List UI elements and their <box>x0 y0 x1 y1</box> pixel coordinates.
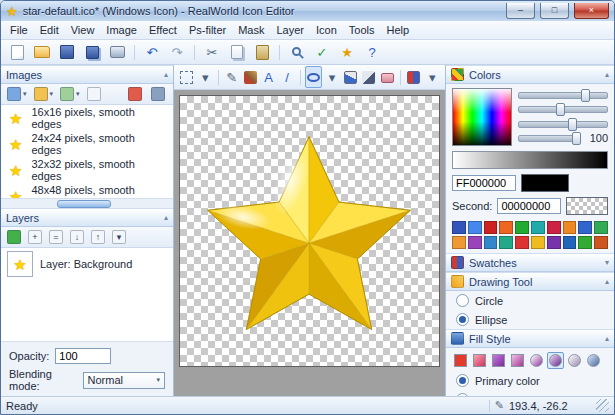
ellipse-option[interactable]: Ellipse <box>446 310 614 329</box>
slider-thumb[interactable] <box>556 103 565 116</box>
select-dropdown[interactable]: ▾ <box>196 66 213 88</box>
wizard-button[interactable]: ★ <box>335 41 359 63</box>
text-tool[interactable]: A <box>260 66 277 88</box>
drawing-canvas[interactable] <box>179 95 440 367</box>
menu-item[interactable]: Tools <box>343 22 381 38</box>
collapse-icon[interactable]: ▾ <box>605 258 609 267</box>
collapse-icon[interactable]: ▴ <box>605 277 609 286</box>
color-swatch[interactable] <box>468 221 482 234</box>
primary-color-swatch[interactable] <box>521 174 569 192</box>
dropper-tool[interactable] <box>360 66 377 88</box>
help-button[interactable]: ? <box>360 41 384 63</box>
slider-thumb[interactable] <box>572 132 581 145</box>
color-swatch[interactable] <box>452 236 466 249</box>
color-swatch[interactable] <box>499 236 513 249</box>
color-swatch[interactable] <box>547 236 561 249</box>
circle-option[interactable]: Circle <box>446 291 614 310</box>
add-layer-button[interactable]: + <box>26 229 44 245</box>
color-swatch[interactable] <box>531 236 545 249</box>
image-size-item[interactable]: ★ 32x32 pixels, smooth edges <box>1 157 173 183</box>
grid-button[interactable] <box>149 86 169 102</box>
image-size-item[interactable]: ★ 16x16 pixels, smooth edges <box>1 105 173 131</box>
menu-item[interactable]: View <box>65 22 101 38</box>
fill-gradient-2[interactable] <box>490 352 507 369</box>
drawing-tool-panel-header[interactable]: Drawing Tool ▴ <box>446 272 614 291</box>
open-button[interactable] <box>30 41 54 63</box>
second-color-swatch[interactable] <box>566 197 608 215</box>
menu-item[interactable]: Mask <box>232 22 270 38</box>
fill-circle-outline[interactable] <box>566 352 583 369</box>
toolbar-button[interactable] <box>130 41 139 63</box>
raise-layer-button[interactable]: ↑ <box>89 229 107 245</box>
fill-gradient-3[interactable] <box>509 352 526 369</box>
new-button[interactable] <box>5 41 29 63</box>
images-panel-header[interactable]: Images ▴ <box>1 65 173 84</box>
toolbar-button[interactable] <box>275 41 284 63</box>
fill-radial[interactable] <box>528 352 545 369</box>
color-swatch[interactable] <box>563 221 577 234</box>
cut-button[interactable]: ✂ <box>200 41 224 63</box>
menu-item[interactable]: Image <box>100 22 143 38</box>
images-scrollbar[interactable] <box>1 198 173 208</box>
color-swatch[interactable] <box>531 221 545 234</box>
collapse-icon[interactable]: ▴ <box>605 70 609 79</box>
menu-item[interactable]: Layer <box>270 22 310 38</box>
image-size-item[interactable]: ★ 24x24 pixels, smooth edges <box>1 131 173 157</box>
colors-panel-header[interactable]: Colors ▴ <box>446 65 614 84</box>
menu-item[interactable]: Help <box>380 22 415 38</box>
capture-button[interactable] <box>105 41 129 63</box>
size-dropdown[interactable]: ▾ <box>32 86 56 102</box>
copy-button[interactable] <box>225 41 249 63</box>
effects-button[interactable] <box>405 66 422 88</box>
redo-button[interactable]: ↷ <box>165 41 189 63</box>
fill-circle-2[interactable] <box>585 352 602 369</box>
menu-item[interactable]: Ps-filter <box>183 22 232 38</box>
pencil-tool[interactable]: ✎ <box>223 66 240 88</box>
close-button[interactable]: × <box>574 3 609 19</box>
swatches-panel-header[interactable]: Swatches ▾ <box>446 253 614 272</box>
canvas-tool-button[interactable] <box>297 66 304 88</box>
color-swatch[interactable] <box>594 236 608 249</box>
add-image-button[interactable] <box>126 86 146 102</box>
titlebar[interactable]: ★ star-default.ico* (Windows Icon) - Rea… <box>1 1 614 21</box>
opacity-input[interactable] <box>55 348 111 364</box>
merge-layer-button[interactable]: ↓ <box>68 229 86 245</box>
color-swatch[interactable] <box>578 236 592 249</box>
color-swatch[interactable] <box>594 221 608 234</box>
blue-slider[interactable] <box>518 121 608 128</box>
paste-button[interactable] <box>250 41 274 63</box>
color-swatch[interactable] <box>578 221 592 234</box>
view-dropdown[interactable]: ▾ <box>5 86 29 102</box>
slider-thumb[interactable] <box>568 118 577 131</box>
layer-visibility-button[interactable] <box>5 229 23 245</box>
second-hex-input[interactable] <box>497 198 561 214</box>
red-slider[interactable] <box>518 92 608 99</box>
toolbar-button[interactable] <box>190 41 199 63</box>
luminance-bar[interactable] <box>452 151 608 169</box>
color-swatch[interactable] <box>515 221 529 234</box>
slider-thumb[interactable] <box>581 89 590 102</box>
format-dropdown[interactable]: ▾ <box>58 86 82 102</box>
layers-panel-header[interactable]: Layers ▴ <box>1 208 173 227</box>
ellipse-tool[interactable] <box>305 66 322 88</box>
color-swatch[interactable] <box>563 236 577 249</box>
fill-ring[interactable] <box>547 352 564 369</box>
color-swatch[interactable] <box>515 236 529 249</box>
duplicate-layer-button[interactable]: = <box>47 229 65 245</box>
color-swatch[interactable] <box>499 221 513 234</box>
save-button[interactable] <box>55 41 79 63</box>
maximize-button[interactable]: □ <box>540 3 569 19</box>
color-swatch[interactable] <box>452 221 466 234</box>
scrollbar-thumb[interactable] <box>57 200 111 208</box>
color-swatch[interactable] <box>547 221 561 234</box>
images-toolbar-button[interactable] <box>85 86 123 102</box>
green-slider[interactable] <box>518 106 608 113</box>
color-swatch[interactable] <box>484 236 498 249</box>
select-tool[interactable] <box>178 66 195 88</box>
canvas-tool-button[interactable] <box>215 66 222 88</box>
menu-item[interactable]: Icon <box>310 22 343 38</box>
menu-item[interactable]: File <box>4 22 34 38</box>
zoom-button[interactable] <box>285 41 309 63</box>
layer-item-background[interactable]: ★ Layer: Background <box>1 248 173 280</box>
collapse-icon[interactable]: ▴ <box>164 213 168 222</box>
